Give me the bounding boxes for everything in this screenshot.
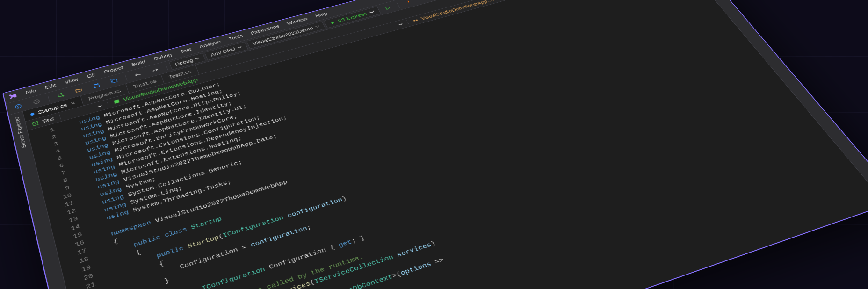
editor-area: Startup.cs✕Program.csTest1.csTest2.cs Te… [23,0,868,289]
chevron-down-icon [195,57,201,60]
svg-rect-2 [58,93,62,97]
chevron-down-icon [368,9,376,14]
vs-logo-icon [7,92,18,101]
visual-studio-window: FileEditViewGitProjectBuildDebugTestAnal… [2,0,868,289]
csharp-project-icon [113,99,120,105]
play-icon [329,20,336,25]
class-icon [412,18,419,23]
svg-point-16 [413,20,415,22]
modified-dot-icon [30,112,35,116]
text-icon [31,121,39,127]
chevron-down-icon [398,22,404,26]
svg-point-17 [415,19,418,21]
close-icon[interactable]: ✕ [70,100,76,106]
chevron-down-icon [97,104,103,108]
code-editor[interactable]: 1234567891011121314151617181920212223242… [28,0,868,289]
code-source[interactable]: using Microsoft.AspNetCore.Builder; usin… [58,0,868,289]
chevron-down-icon [237,45,243,49]
chevron-down-icon [315,25,320,29]
svg-rect-15 [114,99,119,104]
svg-point-1 [33,99,40,104]
svg-point-0 [15,104,22,109]
